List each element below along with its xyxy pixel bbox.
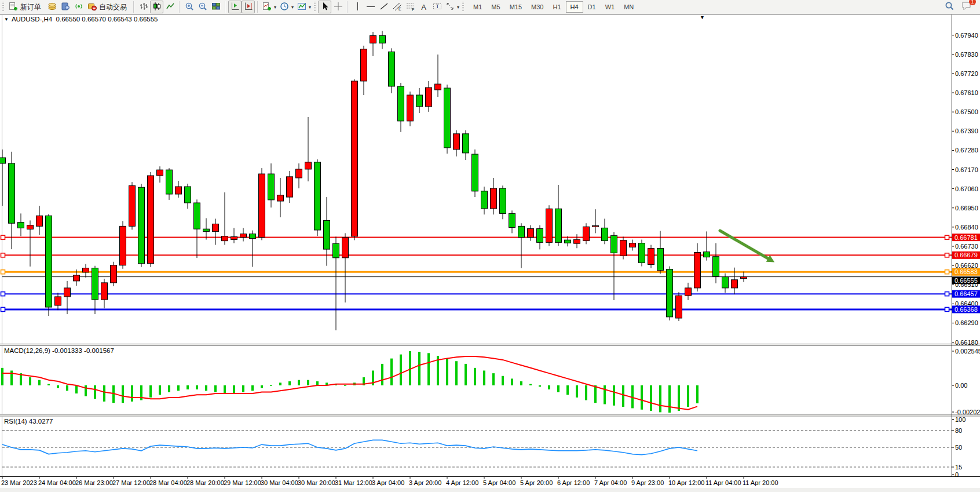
chart-canvas[interactable]: 0.679400.678300.677200.676100.675000.673…: [0, 0, 980, 492]
dropdown-caret-icon[interactable]: ▾: [274, 5, 276, 10]
candle: [277, 195, 284, 201]
crosshair-tool-button[interactable]: [331, 1, 345, 13]
rsi-axis-label: 50: [955, 444, 962, 451]
chart-shift-button[interactable]: [228, 1, 242, 13]
signals-button[interactable]: [72, 1, 85, 13]
line-handle[interactable]: [945, 270, 949, 274]
candle: [296, 169, 302, 178]
periods-button[interactable]: ▾: [278, 1, 295, 13]
zoom-in-button[interactable]: [182, 1, 196, 13]
chart-background[interactable]: [0, 14, 980, 492]
line-handle[interactable]: [945, 253, 949, 257]
candle: [722, 277, 729, 288]
toolbar-separator: [225, 1, 226, 13]
candle: [500, 188, 506, 213]
candle: [129, 185, 136, 226]
toolbar-separator: [257, 1, 258, 13]
candle: [667, 269, 673, 317]
search-icon[interactable]: [945, 1, 955, 13]
candle: [324, 220, 330, 249]
date-axis-label: 11 Apr 20:00: [743, 479, 778, 486]
macd-histogram-bar: [66, 385, 68, 391]
toolbar-separator: [347, 1, 348, 13]
auto-scroll-button[interactable]: [242, 1, 255, 13]
date-axis-label: 26 Mar 23:00: [75, 479, 113, 486]
line-handle[interactable]: [945, 307, 949, 311]
signal-icon: [74, 2, 83, 13]
price-axis-label: 0.67720: [955, 70, 978, 77]
object-anchor-icon[interactable]: ▼: [700, 14, 705, 20]
toolbar-grip[interactable]: [2, 2, 4, 12]
candle: [389, 52, 395, 86]
cursor-tool-button[interactable]: [318, 1, 331, 13]
dropdown-caret-icon[interactable]: ▾: [457, 5, 459, 10]
line-handle[interactable]: [1, 253, 5, 257]
line-handle[interactable]: [945, 292, 949, 296]
templates-button[interactable]: ▾: [295, 1, 313, 13]
line-handle[interactable]: [1, 270, 5, 274]
line-handle[interactable]: [945, 235, 949, 239]
candle: [55, 297, 61, 305]
timeframe-m15-button[interactable]: M15: [505, 1, 526, 13]
date-axis-label: 5 Apr 20:00: [520, 479, 553, 486]
new-order-button[interactable]: 新订单: [6, 1, 45, 13]
indicators-button[interactable]: ▾: [261, 1, 278, 13]
line-chart-mode-button[interactable]: [163, 1, 177, 13]
text-label-tool-button[interactable]: T: [430, 1, 444, 13]
dropdown-caret-icon[interactable]: ▾: [291, 5, 294, 10]
bar-chart-mode-button[interactable]: [137, 1, 150, 13]
timeframe-toolbar: M1M5M15M30H1H4D1W1MN: [469, 1, 638, 13]
candle: [583, 227, 590, 240]
arrows-tool-button[interactable]: ▾: [444, 1, 461, 13]
chart-collapse-icon[interactable]: ▼: [4, 17, 9, 22]
macd-histogram-bar: [177, 385, 180, 391]
market-watch-button[interactable]: [58, 1, 72, 13]
date-axis-label: 11 Apr 04:00: [705, 479, 741, 486]
line-handle[interactable]: [1, 235, 5, 239]
trendline-tool-button[interactable]: [377, 1, 390, 13]
price-axis-label: 0.67170: [955, 166, 978, 173]
text-tool-button[interactable]: A: [417, 1, 430, 13]
timeframe-m1-button[interactable]: M1: [469, 1, 487, 13]
price-axis-label: 0.67500: [955, 108, 978, 115]
line-handle[interactable]: [1, 307, 5, 311]
macd-histogram-bar: [270, 385, 272, 386]
candle: [704, 252, 710, 257]
price-axis-badge-label: 0.66679: [955, 252, 978, 258]
candle: [231, 236, 237, 239]
candle: [259, 174, 265, 238]
toolbar-grip[interactable]: [462, 2, 464, 12]
macd-axis-label: 0.002545: [955, 348, 980, 355]
timeframe-w1-button[interactable]: W1: [601, 1, 620, 13]
macd-histogram-bar: [344, 385, 346, 386]
fibonacci-tool-button[interactable]: F: [404, 1, 417, 13]
tile-windows-button[interactable]: [209, 1, 222, 13]
auto-trading-button[interactable]: 自动交易: [85, 1, 131, 13]
timeframe-m30-button[interactable]: M30: [526, 1, 548, 13]
timeframe-h1-button[interactable]: H1: [548, 1, 565, 13]
macd-histogram-bar: [38, 380, 41, 385]
candle: [240, 234, 247, 238]
vertical-line-tool-button[interactable]: [350, 1, 364, 13]
timeframe-d1-button[interactable]: D1: [583, 1, 601, 13]
equidistant-channel-tool-button[interactable]: E: [390, 1, 404, 13]
toolbar-grip[interactable]: [314, 2, 316, 12]
dropdown-caret-icon[interactable]: ▾: [309, 5, 311, 10]
candle: [268, 174, 275, 200]
notifications-button[interactable]: 1: [961, 1, 972, 13]
candlestick-mode-button[interactable]: [150, 1, 163, 13]
horizontal-line-tool-button[interactable]: [364, 1, 377, 13]
zoom-out-button[interactable]: [196, 1, 209, 13]
quotes-button[interactable]: [45, 1, 58, 13]
timeframe-mn-button[interactable]: MN: [619, 1, 638, 13]
fibonacci-icon: F: [406, 2, 415, 13]
timeframe-m5-button[interactable]: M5: [487, 1, 504, 13]
line-handle[interactable]: [1, 292, 5, 296]
macd-histogram-bar: [576, 385, 578, 398]
candle: [379, 35, 386, 43]
candle: [36, 216, 43, 226]
candle: [9, 163, 15, 223]
candle: [565, 240, 571, 243]
candle: [287, 177, 293, 197]
timeframe-h4-button[interactable]: H4: [566, 1, 583, 13]
